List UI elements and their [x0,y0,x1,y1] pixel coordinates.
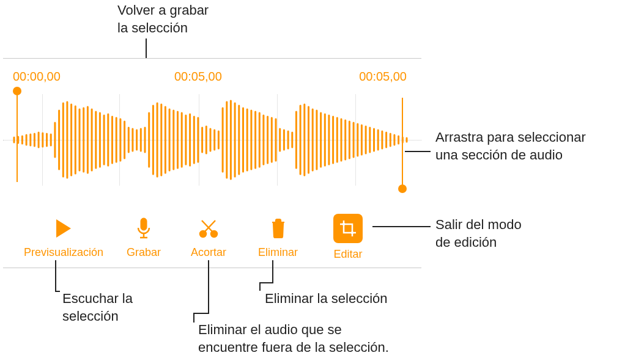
callout-exit-edit: Salir del modo de edición [435,216,522,251]
delete-button[interactable]: Eliminar [242,216,314,259]
edit-button[interactable]: Editar [314,214,382,261]
callout-line [372,226,431,227]
audio-editor-panel: 00:00,00 00:05,00 00:05,00 [3,58,421,268]
record-button[interactable]: Grabar [112,216,176,259]
callout-listen: Escuchar la selección [62,290,133,325]
trim-label: Acortar [191,246,226,259]
callout-delete-sel: Eliminar la selección [265,290,388,308]
preview-button[interactable]: Previsualización [15,216,112,259]
trash-icon [265,216,291,241]
svg-line-104 [276,225,277,235]
svg-point-100 [200,231,206,237]
callout-trim-outside: Eliminar el audio que se encuentre fuera… [198,321,389,356]
timecode-start: 00:00,00 [13,70,61,84]
callout-line [208,260,209,313]
edit-toolbar: Previsualización Grabar [3,206,421,268]
scissors-icon [196,216,221,241]
callout-line [259,282,261,291]
edit-label: Editar [333,248,362,261]
selection-end-dot[interactable] [398,184,407,193]
callout-line [193,313,194,323]
trim-button[interactable]: Acortar [176,216,242,259]
selection-end-handle[interactable] [402,98,403,189]
svg-point-106 [342,222,345,225]
callout-drag: Arrastra para seleccionar una sección de… [435,129,586,164]
svg-point-101 [211,231,217,237]
crop-icon [333,214,363,243]
selection-start-handle[interactable] [17,90,18,182]
timecode-row: 00:00,00 00:05,00 00:05,00 [3,70,421,87]
record-label: Grabar [127,246,161,259]
callout-line [259,282,273,283]
selection-start-dot[interactable] [13,87,21,95]
callout-line [193,313,209,314]
callout-line [55,260,56,291]
callout-line [55,291,60,292]
callout-rerecord: Volver a grabar la selección [117,2,209,37]
svg-rect-97 [141,218,147,230]
waveform-area[interactable] [3,94,421,186]
delete-label: Eliminar [258,246,298,259]
callout-line [272,260,273,282]
callout-line [405,151,431,152]
preview-label: Previsualización [24,246,103,259]
mic-icon [131,216,157,241]
svg-line-105 [279,225,280,235]
timecode-mid: 00:05,00 [174,70,222,84]
diagram-canvas: Volver a grabar la selección 00:00,00 00… [0,0,644,361]
play-icon [51,216,76,241]
svg-point-107 [351,231,353,233]
waveform [3,94,421,186]
timecode-end: 00:05,00 [359,70,407,84]
